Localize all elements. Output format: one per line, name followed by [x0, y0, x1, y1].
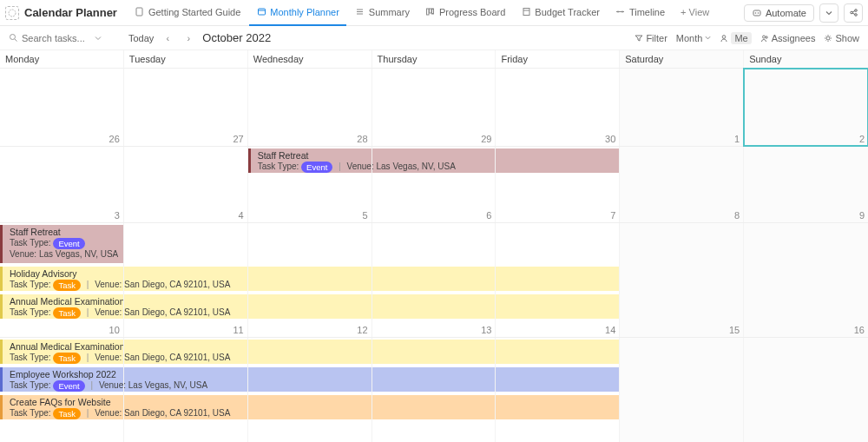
- share-button[interactable]: [844, 3, 863, 23]
- event-annual-medical[interactable]: Annual Medical Examination Task Type: Ta…: [0, 294, 868, 319]
- day-cell[interactable]: 1: [620, 69, 744, 146]
- event-venue: Las Vegas, NV, USA: [39, 249, 118, 259]
- assignees-filter[interactable]: Assignees: [760, 33, 816, 43]
- tab-label: Timeline: [629, 7, 665, 17]
- event-title: Staff Retreat: [258, 150, 863, 162]
- day-number: 28: [357, 134, 367, 144]
- tab-getting-started[interactable]: Getting Started Guide: [128, 0, 247, 26]
- event-title: Create FAQs for Website: [10, 397, 863, 408]
- day-cell[interactable]: 30: [496, 69, 620, 146]
- day-header-mon: Monday: [0, 50, 124, 68]
- event-venue: San Diego, CA 92101, USA: [124, 280, 230, 289]
- event-venue-label: Venue:: [95, 408, 122, 418]
- svg-line-22: [852, 13, 855, 15]
- svg-point-17: [758, 12, 760, 14]
- show-options[interactable]: Show: [824, 33, 859, 43]
- toolbar: Today ‹ › October 2022 Filter Month Me A…: [0, 26, 868, 50]
- event-type-label: Task Type:: [10, 380, 51, 390]
- event-meta: Task Type: Task | Venue: San Diego, CA 9…: [10, 307, 863, 319]
- event-type-pill: Event: [53, 380, 84, 392]
- top-bar: Calendar Planner Getting Started Guide M…: [0, 0, 868, 26]
- svg-line-21: [852, 11, 855, 13]
- event-annual-medical[interactable]: Annual Medical Examination Task Type: Ta…: [0, 340, 620, 364]
- day-number: 2: [859, 134, 865, 144]
- chevron-down-icon: [825, 10, 832, 16]
- day-cell[interactable]: 27: [124, 69, 248, 146]
- automate-label: Automate: [766, 8, 806, 18]
- svg-point-28: [826, 36, 830, 40]
- event-meta: Task Type: Event | Venue: Las Vegas, NV,…: [10, 380, 863, 392]
- robot-icon: [752, 8, 762, 18]
- event-title: Annual Medical Examination: [10, 341, 615, 353]
- week-row: Staff Retreat Task Type: Event | Venue: …: [0, 147, 868, 223]
- svg-rect-1: [136, 8, 142, 16]
- svg-point-25: [723, 35, 727, 38]
- event-venue-label: Venue:: [10, 249, 36, 259]
- filter-button[interactable]: Filter: [635, 33, 667, 43]
- tab-budget-tracker[interactable]: Budget Tracker: [514, 0, 607, 26]
- filter-icon: [635, 34, 643, 43]
- tab-summary[interactable]: Summary: [348, 0, 417, 26]
- tab-label: Progress Board: [439, 7, 505, 17]
- svg-rect-8: [430, 9, 432, 13]
- svg-rect-2: [258, 9, 265, 15]
- app-title: Calendar Planner: [24, 6, 117, 19]
- day-header-tue: Tuesday: [124, 50, 248, 68]
- day-header-thu: Thursday: [372, 50, 496, 68]
- automate-dropdown[interactable]: [819, 3, 838, 23]
- sheet-icon: [521, 7, 531, 17]
- filter-label: Filter: [646, 33, 667, 43]
- calendar-icon: [256, 7, 266, 17]
- event-staff-retreat[interactable]: Staff Retreat Task Type: Event Venue: La…: [0, 225, 124, 263]
- event-venue: San Diego, CA 92101, USA: [124, 408, 230, 418]
- show-label: Show: [835, 33, 859, 43]
- svg-point-16: [755, 12, 757, 14]
- tab-progress-board[interactable]: Progress Board: [418, 0, 512, 26]
- event-type-pill: Task: [53, 408, 81, 419]
- event-title: Employee Workshop 2022: [10, 369, 863, 380]
- event-staff-retreat[interactable]: Staff Retreat Task Type: Event | Venue: …: [248, 148, 868, 173]
- event-type-label: Task Type:: [10, 408, 51, 418]
- svg-point-14: [621, 11, 623, 13]
- svg-point-27: [766, 36, 767, 37]
- day-number: 27: [233, 134, 243, 144]
- event-type-label: Task Type:: [258, 162, 299, 171]
- app-icon: [5, 6, 19, 20]
- event-venue-label: Venue:: [99, 380, 126, 390]
- week-row: 26 27 28 29 30 1 2: [0, 69, 868, 147]
- event-meta: Task Type: Task | Venue: San Diego, CA 9…: [10, 280, 615, 291]
- prev-month-button[interactable]: ‹: [161, 33, 174, 43]
- search-input[interactable]: [22, 33, 91, 43]
- tab-monthly-planner[interactable]: Monthly Planner: [249, 0, 346, 26]
- svg-rect-7: [427, 9, 430, 15]
- me-filter[interactable]: Me: [720, 32, 751, 44]
- list-icon: [355, 7, 365, 17]
- event-meta: Task Type: Task | Venue: San Diego, CA 9…: [10, 353, 615, 364]
- add-view-button[interactable]: + View: [674, 0, 716, 26]
- week-row: Staff Retreat Task Type: Event Venue: La…: [0, 223, 868, 338]
- event-create-faqs[interactable]: Create FAQs for Website Task Type: Task …: [0, 395, 868, 419]
- search-box[interactable]: [9, 33, 122, 43]
- day-cell[interactable]: 28: [248, 69, 372, 146]
- tab-timeline[interactable]: Timeline: [608, 0, 672, 26]
- next-month-button[interactable]: ›: [181, 33, 195, 43]
- day-cell[interactable]: 29: [372, 69, 496, 146]
- event-type-pill: Task: [53, 280, 81, 291]
- share-icon: [849, 8, 858, 17]
- tab-label: Monthly Planner: [270, 7, 339, 17]
- view-selector[interactable]: Month: [676, 33, 712, 43]
- event-type-pill: Event: [301, 162, 332, 173]
- day-number: 1: [734, 134, 740, 144]
- event-employee-workshop[interactable]: Employee Workshop 2022 Task Type: Event …: [0, 367, 868, 392]
- day-number: 29: [481, 134, 491, 144]
- event-title: Staff Retreat: [10, 227, 119, 238]
- day-header-wed: Wednesday: [248, 50, 372, 68]
- chevron-down-icon: [95, 35, 102, 42]
- day-headers: Monday Tuesday Wednesday Thursday Friday…: [0, 50, 868, 69]
- day-number: 30: [605, 134, 615, 144]
- event-holiday-advisory[interactable]: Holiday Advisory Task Type: Task | Venue…: [0, 267, 620, 291]
- day-cell[interactable]: 26: [0, 69, 124, 146]
- today-button[interactable]: Today: [128, 33, 154, 43]
- automate-button[interactable]: Automate: [744, 4, 814, 22]
- day-cell-today[interactable]: 2: [744, 69, 868, 146]
